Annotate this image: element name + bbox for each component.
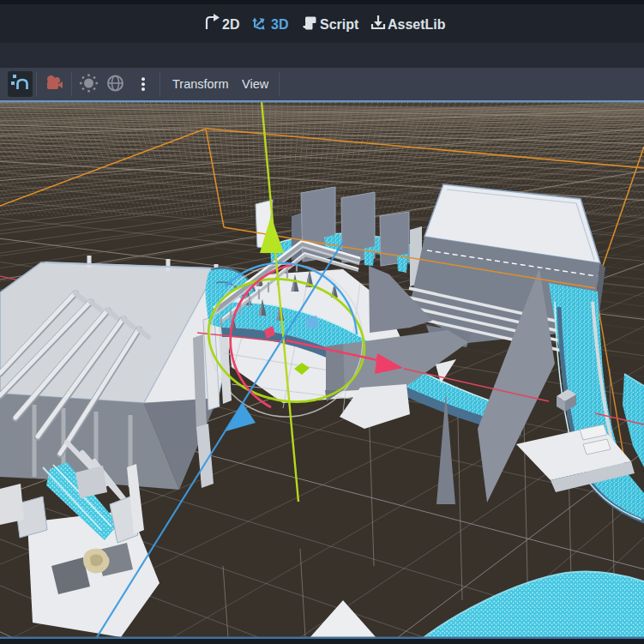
svg-text:AssetLib: AssetLib — [388, 17, 446, 32]
svg-text:Script: Script — [320, 17, 359, 32]
svg-text:2D: 2D — [222, 17, 239, 32]
svg-text:3D: 3D — [271, 17, 288, 32]
svg-text:View: View — [242, 77, 269, 91]
svg-text:Transform: Transform — [172, 77, 229, 91]
